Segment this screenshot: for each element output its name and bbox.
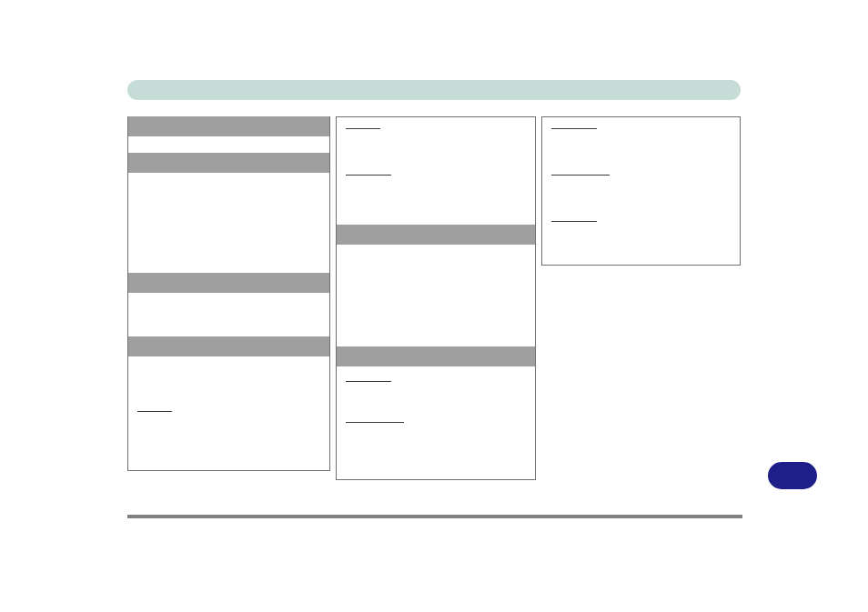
col3-gap-1 xyxy=(542,129,740,175)
col1-gap-1 xyxy=(128,136,329,153)
col2-gap-2 xyxy=(337,176,534,225)
col1-gap-4 xyxy=(128,356,329,411)
col1-gap-3 xyxy=(128,293,329,336)
column-2 xyxy=(336,116,535,480)
column-3 xyxy=(541,116,741,266)
col2-gap-4 xyxy=(337,366,534,381)
col3-gap-2 xyxy=(542,176,740,221)
columns-row xyxy=(127,116,741,480)
col2-gap-3 xyxy=(337,245,534,346)
col1-band-3 xyxy=(128,273,329,293)
col2-link-4[interactable] xyxy=(346,422,404,423)
footer-divider xyxy=(127,515,742,518)
col1-band-2 xyxy=(128,153,329,173)
col1-band-4 xyxy=(128,336,329,356)
col1-gap-2 xyxy=(128,173,329,273)
column-1 xyxy=(127,116,330,471)
col2-pad-top xyxy=(337,117,534,128)
col2-gap-1 xyxy=(337,129,534,175)
page xyxy=(0,0,868,480)
header-bar xyxy=(127,80,741,100)
action-button[interactable] xyxy=(768,462,817,489)
col2-gap-5 xyxy=(337,382,534,422)
col1-band-1 xyxy=(128,116,329,136)
col2-band-2 xyxy=(337,346,534,366)
col2-band-1 xyxy=(337,225,534,245)
col3-pad-top xyxy=(542,117,740,128)
col1-link-1[interactable] xyxy=(137,411,172,412)
col3-link-3[interactable] xyxy=(551,221,597,222)
